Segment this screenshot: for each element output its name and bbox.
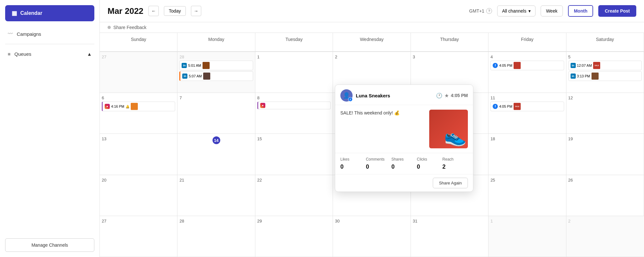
stats-values-row: 0 0 0 0 2	[340, 163, 468, 170]
sidebar-divider	[5, 44, 94, 44]
cell-date: 27	[102, 219, 175, 223]
day-header-tuesday: Tuesday	[255, 33, 333, 52]
feedback-bar[interactable]: Share Feedback	[100, 22, 644, 33]
cal-cell-r5-sat[interactable]: 2	[566, 216, 644, 257]
day-header-wednesday: Wednesday	[333, 33, 411, 52]
linkedin-icon: in	[571, 74, 576, 79]
linkedin-icon: in	[182, 74, 187, 79]
post-item[interactable]: in 3:13 PM	[568, 71, 642, 81]
manage-channels-button[interactable]: Manage Channels	[5, 238, 94, 252]
cal-cell-r1-mon[interactable]: 28 in 5:01 AM in 5:07 AM	[177, 52, 255, 93]
day-header-sunday: Sunday	[100, 33, 177, 52]
prev-month-button[interactable]: ←	[148, 6, 159, 16]
cal-cell-r3-mon[interactable]: 14	[177, 134, 255, 175]
cal-cell-r1-tue[interactable]: 1	[255, 52, 333, 93]
week-view-button[interactable]: Week	[541, 5, 563, 16]
gmt-label: GMT+1	[469, 8, 484, 14]
cal-cell-r3-fri[interactable]: 18	[488, 134, 566, 175]
cal-cell-r4-sat[interactable]: 26	[566, 175, 644, 216]
stat-value-likes: 0	[340, 163, 366, 170]
day-header-friday: Friday	[488, 33, 566, 52]
cal-cell-r3-sun[interactable]: 13	[100, 134, 177, 175]
post-time: 4:16 PM	[111, 104, 124, 108]
channels-label: All channels	[502, 8, 526, 14]
gmt-help-icon[interactable]: ?	[486, 8, 492, 14]
popup-avatar: 👤 f	[340, 89, 353, 102]
main-content: Mar 2022 ← Today → GMT+1 ? All channels …	[100, 0, 644, 257]
post-item[interactable]: f 4:05 PM SALE	[490, 102, 564, 111]
channels-dropdown[interactable]: All channels ▾	[497, 5, 535, 16]
sidebar-item-campaigns[interactable]: 〰 Campaigns	[0, 26, 99, 41]
stats-labels-row: Likes Comments Shares Clicks Reach	[340, 157, 468, 162]
linkedin-icon: in	[571, 63, 576, 68]
today-button[interactable]: Today	[164, 6, 185, 16]
linkedin-icon: in	[182, 63, 187, 68]
cell-date: 11	[490, 95, 564, 100]
cell-date: 28	[179, 54, 253, 59]
cell-date: 2	[335, 54, 408, 59]
cell-date: 18	[490, 136, 564, 141]
cell-date: 1	[257, 54, 331, 59]
post-thumbnail	[203, 73, 210, 80]
cal-cell-r1-sun[interactable]: 27	[100, 52, 177, 93]
share-again-button[interactable]: Share Again	[433, 178, 468, 188]
sidebar: ▦ Calendar 〰 Campaigns ≡ Queues ▲ Manage…	[0, 0, 100, 257]
cell-date: 20	[102, 178, 175, 183]
gmt-info: GMT+1 ?	[469, 8, 492, 14]
cal-cell-r2-sat[interactable]: 12	[566, 93, 644, 134]
cal-cell-r5-wed[interactable]: 30	[333, 216, 411, 257]
cell-date: 15	[257, 136, 331, 141]
stat-label-reach: Reach	[442, 157, 468, 162]
cal-cell-r2-tue[interactable]: 8 ●	[255, 93, 333, 134]
cell-date: 21	[179, 178, 253, 183]
cal-cell-r5-sun[interactable]: 27	[100, 216, 177, 257]
cal-cell-r1-fri[interactable]: 4 f 4:05 PM	[488, 52, 566, 93]
stat-label-likes: Likes	[340, 157, 366, 162]
queues-icon: ≡	[8, 51, 11, 57]
cell-date: 22	[257, 178, 331, 183]
post-item[interactable]: in 5:07 AM	[179, 71, 253, 81]
cal-cell-r3-tue[interactable]: 15	[255, 134, 333, 175]
cell-date: 29	[257, 219, 331, 223]
sidebar-queues-label: Queues	[14, 51, 32, 57]
day-header-saturday: Saturday	[566, 33, 644, 52]
post-item[interactable]: ● 4:16 PM 🔔	[102, 102, 175, 111]
post-time: 5:07 AM	[189, 74, 202, 78]
channels-chevron-icon: ▾	[528, 8, 531, 14]
post-thumbnail	[131, 103, 138, 110]
post-thumbnail: SALE	[514, 103, 521, 110]
post-item[interactable]: ●	[257, 102, 331, 109]
facebook-icon: f	[493, 104, 498, 109]
next-month-button[interactable]: →	[191, 6, 201, 16]
popup-message: SALE! This weekend only! 💰	[340, 110, 425, 148]
calendar-nav-label: Calendar	[20, 10, 42, 16]
cal-cell-r5-thu[interactable]: 31	[411, 216, 488, 257]
post-item[interactable]: f 4:05 PM	[490, 61, 564, 70]
sidebar-item-queues[interactable]: ≡ Queues ▲	[0, 47, 99, 61]
cell-date: 19	[568, 136, 642, 141]
cal-cell-r5-mon[interactable]: 28	[177, 216, 255, 257]
cal-cell-r3-sat[interactable]: 19	[566, 134, 644, 175]
create-post-button[interactable]: Create Post	[598, 5, 636, 17]
cal-cell-r4-fri[interactable]: 25	[488, 175, 566, 216]
cell-date: 4	[490, 54, 564, 59]
popup-header: 👤 f Luna Sneakers 🕐 ★ 4:05 PM	[335, 85, 473, 105]
cal-cell-r2-fri[interactable]: 11 f 4:05 PM SALE	[488, 93, 566, 134]
cal-cell-r4-tue[interactable]: 22	[255, 175, 333, 216]
month-view-button[interactable]: Month	[568, 5, 593, 17]
cal-cell-r1-sat[interactable]: 5 in 12:07 AM SALE in 3:13 PM	[566, 52, 644, 93]
cal-cell-r2-mon[interactable]: 7	[177, 93, 255, 134]
cal-cell-r2-sun[interactable]: 6 ● 4:16 PM 🔔	[100, 93, 177, 134]
instagram-icon: ●	[105, 104, 110, 109]
calendar-nav-button[interactable]: ▦ Calendar	[5, 5, 94, 21]
stat-label-shares: Shares	[391, 157, 417, 162]
post-item[interactable]: in 12:07 AM SALE	[568, 61, 642, 70]
popup-stats: Likes Comments Shares Clicks Reach 0 0 0…	[335, 153, 473, 174]
shoe-icon: 👟	[443, 124, 468, 148]
cal-cell-r5-tue[interactable]: 29	[255, 216, 333, 257]
cal-cell-r4-mon[interactable]: 21	[177, 175, 255, 216]
cal-cell-r4-sun[interactable]: 20	[100, 175, 177, 216]
star-icon: ★	[444, 93, 449, 99]
cal-cell-r5-fri[interactable]: 1	[488, 216, 566, 257]
post-item[interactable]: in 5:01 AM	[179, 61, 253, 70]
